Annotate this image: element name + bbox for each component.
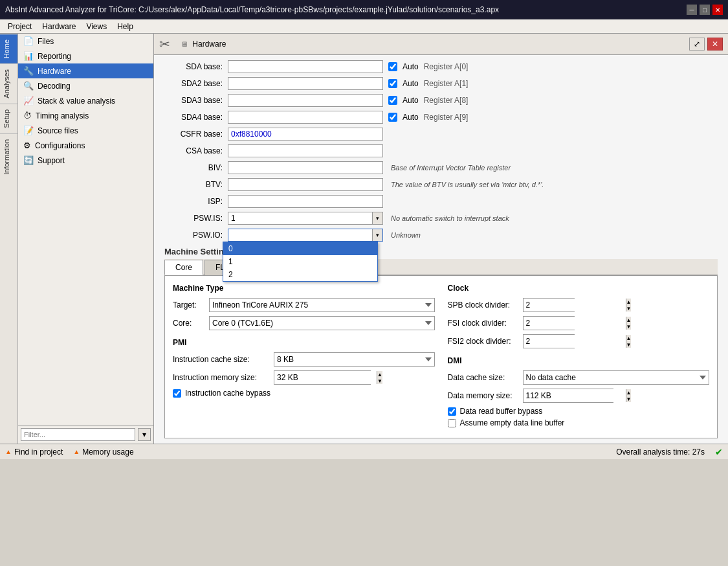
menu-hardware[interactable]: Hardware [37, 21, 81, 32]
csa-base-input[interactable] [228, 144, 383, 157]
dmem-size-down[interactable]: ▼ [626, 396, 632, 402]
menu-help[interactable]: Help [112, 21, 138, 32]
csfr-base-label: CSFR base: [164, 130, 223, 139]
pmi-section: PMI Instruction cache size: 8 KB Instruc… [173, 338, 435, 398]
menu-project[interactable]: Project [3, 21, 37, 32]
fsi-clock-up[interactable]: ▲ [626, 317, 632, 323]
sidebar-item-decoding[interactable]: 🔍 Decoding [18, 78, 153, 93]
left-tab-information[interactable]: Information [0, 133, 17, 180]
close-button[interactable]: ✕ [712, 5, 723, 15]
fsi2-clock-down[interactable]: ▼ [626, 341, 632, 348]
isp-input[interactable] [228, 195, 383, 208]
spb-clock-row: SPB clock divider: ▲ ▼ [448, 298, 710, 312]
source-icon: 📝 [23, 126, 34, 135]
pswio-label: PSW.IO: [164, 231, 223, 240]
machine-panel-columns: Machine Type Target: Infineon TriCore AU… [173, 284, 709, 430]
dcache-size-select[interactable]: No data cache [523, 370, 710, 385]
sidebar-label-timing: Timing analysis [36, 111, 89, 120]
files-icon: 📄 [23, 36, 34, 46]
clock-dmi-column: Clock SPB clock divider: ▲ ▼ [448, 284, 710, 430]
left-tab-home[interactable]: Home [0, 34, 17, 63]
dmi-section: DMI Data cache size: No data cache Data … [448, 356, 710, 427]
icache-bypass-checkbox[interactable] [173, 389, 181, 398]
spb-clock-up[interactable]: ▲ [626, 299, 632, 305]
biv-input[interactable] [228, 161, 383, 174]
content-scroll[interactable]: SDA base: Auto Register A[0] SDA2 base: … [154, 55, 728, 444]
form-row-pswio: PSW.IO: ▾ Unknown 0 1 2 [164, 229, 718, 242]
hardware-tool-icon: ✂ [159, 36, 170, 52]
spb-clock-input[interactable] [524, 299, 626, 311]
sda4-base-input[interactable] [228, 111, 383, 124]
core-select[interactable]: Core 0 (TCv1.6E) [209, 316, 435, 330]
form-row-isp: ISP: [164, 195, 718, 208]
config-icon: ⚙ [23, 141, 31, 150]
pswio-dropdown: 0 1 2 [223, 242, 378, 282]
sidebar-item-hardware[interactable]: 🔧 Hardware [18, 63, 153, 78]
sda2-base-auto-checkbox[interactable] [388, 79, 397, 88]
pswio-option-0[interactable]: 0 [223, 242, 377, 255]
decoding-icon: 🔍 [23, 81, 34, 91]
left-tab-setup[interactable]: Setup [0, 104, 17, 133]
dmi-title: DMI [448, 356, 710, 365]
btv-input[interactable] [228, 178, 383, 191]
fsi2-clock-up[interactable]: ▲ [626, 335, 632, 341]
target-label: Target: [173, 300, 205, 310]
sda2-base-input[interactable] [228, 77, 383, 90]
sidebar-item-support[interactable]: 🔄 Support [18, 153, 153, 168]
expand-button[interactable]: ⤢ [689, 38, 705, 51]
support-icon: 🔄 [23, 155, 34, 165]
menu-views[interactable]: Views [81, 21, 112, 32]
pswis-select[interactable]: 1 ▾ [228, 212, 383, 225]
pswio-select[interactable]: ▾ [228, 229, 383, 242]
sda2-base-label: SDA2 base: [164, 79, 223, 88]
menu-bar: Project Hardware Views Help [0, 19, 728, 34]
sda4-base-auto-checkbox[interactable] [388, 113, 397, 122]
imem-size-input[interactable] [274, 371, 377, 384]
sda3-base-register: Register A[8] [424, 96, 469, 105]
sda3-base-input[interactable] [228, 94, 383, 107]
sidebar-item-configurations[interactable]: ⚙ Configurations [18, 138, 153, 153]
form-row-csfr-base: CSFR base: [164, 128, 718, 141]
close-panel-button[interactable]: ✕ [707, 38, 723, 51]
target-row: Target: Infineon TriCore AURIX 275 [173, 298, 435, 312]
dmem-size-up[interactable]: ▲ [626, 389, 632, 396]
imem-size-up[interactable]: ▲ [377, 371, 382, 378]
data-read-bypass-checkbox[interactable] [448, 407, 456, 416]
find-in-project[interactable]: ▲ Find in project [5, 447, 63, 457]
core-row: Core: Core 0 (TCv1.6E) [173, 316, 435, 330]
minimize-button[interactable]: ─ [687, 5, 697, 15]
pswio-option-2[interactable]: 2 [223, 268, 377, 281]
target-select[interactable]: Infineon TriCore AURIX 275 [209, 298, 435, 312]
sidebar-item-files[interactable]: 📄 Files [18, 34, 153, 49]
sda3-base-auto-checkbox[interactable] [388, 96, 397, 105]
imem-size-down[interactable]: ▼ [377, 378, 382, 384]
main-layout: Home Analyses Setup Information 📄 Files … [0, 34, 728, 444]
spb-clock-down[interactable]: ▼ [626, 305, 632, 311]
imem-size-label: Instruction memory size: [173, 373, 270, 382]
fsi-clock-arrows: ▲ ▼ [626, 317, 632, 330]
sidebar-item-reporting[interactable]: 📊 Reporting [18, 49, 153, 63]
fsi2-clock-input[interactable] [524, 335, 626, 348]
data-read-bypass-row: Data read buffer bypass [448, 407, 710, 416]
empty-buffer-checkbox[interactable] [448, 419, 456, 427]
fsi-clock-down[interactable]: ▼ [626, 323, 632, 330]
filter-input[interactable] [21, 428, 135, 441]
filter-dropdown-button[interactable]: ▾ [138, 428, 151, 441]
memory-usage[interactable]: ▲ Memory usage [73, 447, 133, 457]
icache-size-select[interactable]: 8 KB [274, 352, 435, 367]
form-row-sda3-base: SDA3 base: Auto Register A[8] [164, 94, 718, 107]
fsi-clock-input[interactable] [524, 317, 626, 330]
pswio-option-1[interactable]: 1 [223, 255, 377, 268]
dmem-size-input[interactable] [524, 389, 626, 402]
left-tab-analyses[interactable]: Analyses [0, 63, 17, 104]
sda-base-auto-checkbox[interactable] [388, 62, 397, 71]
sidebar-item-source[interactable]: 📝 Source files [18, 123, 153, 138]
csfr-base-input[interactable] [228, 128, 383, 141]
maximize-button[interactable]: □ [700, 5, 710, 15]
tab-core[interactable]: Core [164, 260, 203, 275]
window-controls: ─ □ ✕ [687, 5, 723, 15]
sidebar-item-stack[interactable]: 📈 Stack & value analysis [18, 93, 153, 108]
machine-type-column: Machine Type Target: Infineon TriCore AU… [173, 284, 435, 430]
sda-base-input[interactable] [228, 60, 383, 73]
sidebar-item-timing[interactable]: ⏱ Timing analysis [18, 108, 153, 123]
